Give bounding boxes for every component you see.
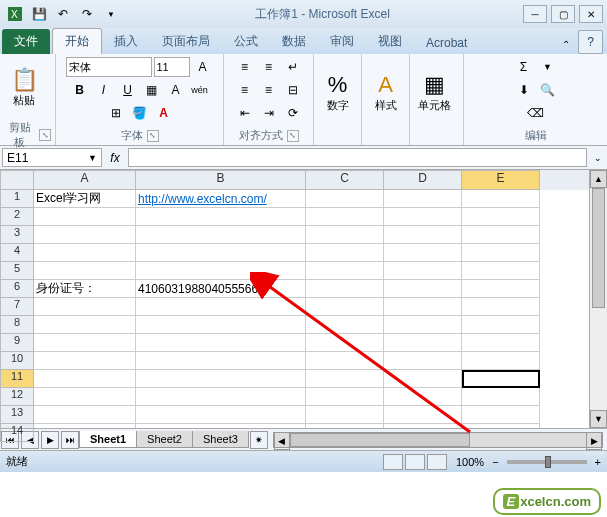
cell-E5[interactable] xyxy=(462,262,540,280)
cell-D4[interactable] xyxy=(384,244,462,262)
cell-B6[interactable]: 410603198804055566 xyxy=(136,280,306,298)
tab-insert[interactable]: 插入 xyxy=(102,29,150,54)
column-header-C[interactable]: C xyxy=(306,170,384,190)
cell-C2[interactable] xyxy=(306,208,384,226)
cell-C8[interactable] xyxy=(306,316,384,334)
hscroll-thumb[interactable] xyxy=(290,433,470,447)
cell-B2[interactable] xyxy=(136,208,306,226)
name-box[interactable]: E11▼ xyxy=(2,148,102,167)
minimize-ribbon-button[interactable]: ⌃ xyxy=(558,35,574,54)
cell-C11[interactable] xyxy=(306,370,384,388)
scroll-right-button[interactable]: ▶ xyxy=(586,432,602,450)
cell-B1[interactable]: http://www.excelcn.com/ xyxy=(136,190,306,208)
cell-A13[interactable] xyxy=(34,406,136,424)
cell-E14[interactable] xyxy=(462,424,540,428)
cell-A12[interactable] xyxy=(34,388,136,406)
increase-indent-button[interactable]: ⇥ xyxy=(258,102,280,124)
cell-A4[interactable] xyxy=(34,244,136,262)
redo-button[interactable]: ↷ xyxy=(76,3,98,25)
zoom-out-button[interactable]: − xyxy=(492,456,498,468)
cell-D1[interactable] xyxy=(384,190,462,208)
row-header-2[interactable]: 2 xyxy=(0,208,34,226)
cell-E7[interactable] xyxy=(462,298,540,316)
border-button[interactable]: ▦ xyxy=(141,79,163,101)
cell-D8[interactable] xyxy=(384,316,462,334)
cell-B3[interactable] xyxy=(136,226,306,244)
cell-D6[interactable] xyxy=(384,280,462,298)
cell-B13[interactable] xyxy=(136,406,306,424)
cell-E10[interactable] xyxy=(462,352,540,370)
find-button[interactable]: 🔍 xyxy=(537,79,559,101)
zoom-in-button[interactable]: + xyxy=(595,456,601,468)
column-header-D[interactable]: D xyxy=(384,170,462,190)
font-size-combo[interactable] xyxy=(154,57,190,77)
zoom-slider[interactable] xyxy=(507,460,587,464)
border-bottom-button[interactable]: ⊞ xyxy=(105,102,127,124)
tab-formulas[interactable]: 公式 xyxy=(222,29,270,54)
zoom-slider-thumb[interactable] xyxy=(545,456,551,468)
tab-data[interactable]: 数据 xyxy=(270,29,318,54)
clipboard-dialog-launcher[interactable]: ⤡ xyxy=(39,129,51,141)
cells-button[interactable]: ▦ 单元格 xyxy=(414,62,454,124)
align-dialog-launcher[interactable]: ⤡ xyxy=(287,130,299,142)
row-header-9[interactable]: 9 xyxy=(0,334,34,352)
cell-D14[interactable] xyxy=(384,424,462,428)
row-header-8[interactable]: 8 xyxy=(0,316,34,334)
cell-A11[interactable] xyxy=(34,370,136,388)
styles-button[interactable]: A 样式 xyxy=(366,62,405,124)
cell-D11[interactable] xyxy=(384,370,462,388)
cell-E9[interactable] xyxy=(462,334,540,352)
font-name-combo[interactable] xyxy=(66,57,152,77)
cell-B4[interactable] xyxy=(136,244,306,262)
normal-view-button[interactable] xyxy=(383,454,403,470)
maximize-button[interactable]: ▢ xyxy=(551,5,575,23)
cell-B12[interactable] xyxy=(136,388,306,406)
sheet-tab-1[interactable]: Sheet1 xyxy=(79,431,137,448)
row-header-6[interactable]: 6 xyxy=(0,280,34,298)
cell-B9[interactable] xyxy=(136,334,306,352)
cell-C13[interactable] xyxy=(306,406,384,424)
cell-A9[interactable] xyxy=(34,334,136,352)
column-header-A[interactable]: A xyxy=(34,170,136,190)
cells-area[interactable]: Excel学习网http://www.excelcn.com/身份证号：4106… xyxy=(34,190,589,428)
cell-A6[interactable]: 身份证号： xyxy=(34,280,136,298)
vscroll-thumb[interactable] xyxy=(592,188,605,308)
fx-button[interactable]: fx xyxy=(104,146,126,169)
row-header-7[interactable]: 7 xyxy=(0,298,34,316)
undo-button[interactable]: ↶ xyxy=(52,3,74,25)
cell-D12[interactable] xyxy=(384,388,462,406)
row-header-1[interactable]: 1 xyxy=(0,190,34,208)
sheet-tab-3[interactable]: Sheet3 xyxy=(192,431,249,448)
minimize-button[interactable]: ─ xyxy=(523,5,547,23)
number-format-button[interactable]: % 数字 xyxy=(318,62,357,124)
autosum-button[interactable]: Σ xyxy=(513,56,535,78)
row-header-11[interactable]: 11 xyxy=(0,370,34,388)
zoom-level[interactable]: 100% xyxy=(456,456,484,468)
cell-E12[interactable] xyxy=(462,388,540,406)
row-header-3[interactable]: 3 xyxy=(0,226,34,244)
cell-C1[interactable] xyxy=(306,190,384,208)
cell-E4[interactable] xyxy=(462,244,540,262)
scroll-up-button[interactable]: ▲ xyxy=(590,170,607,188)
tab-home[interactable]: 开始 xyxy=(52,28,102,54)
cell-C3[interactable] xyxy=(306,226,384,244)
cell-A5[interactable] xyxy=(34,262,136,280)
font-color-button[interactable]: A xyxy=(153,102,175,124)
cell-B10[interactable] xyxy=(136,352,306,370)
cell-D3[interactable] xyxy=(384,226,462,244)
fill-color-button[interactable]: 🪣 xyxy=(129,102,151,124)
tab-page-layout[interactable]: 页面布局 xyxy=(150,29,222,54)
cell-D13[interactable] xyxy=(384,406,462,424)
scroll-down-button[interactable]: ▼ xyxy=(590,410,607,428)
fill-button[interactable]: ⬇ xyxy=(513,79,535,101)
cell-C10[interactable] xyxy=(306,352,384,370)
cell-A14[interactable] xyxy=(34,424,136,428)
cell-B8[interactable] xyxy=(136,316,306,334)
row-header-5[interactable]: 5 xyxy=(0,262,34,280)
row-header-14[interactable]: 14 xyxy=(0,424,34,442)
decrease-indent-button[interactable]: ⇤ xyxy=(234,102,256,124)
sheet-nav-next[interactable]: ▶ xyxy=(41,431,59,449)
save-button[interactable]: 💾 xyxy=(28,3,50,25)
clear-button[interactable]: ⌫ xyxy=(525,102,547,124)
cell-D2[interactable] xyxy=(384,208,462,226)
